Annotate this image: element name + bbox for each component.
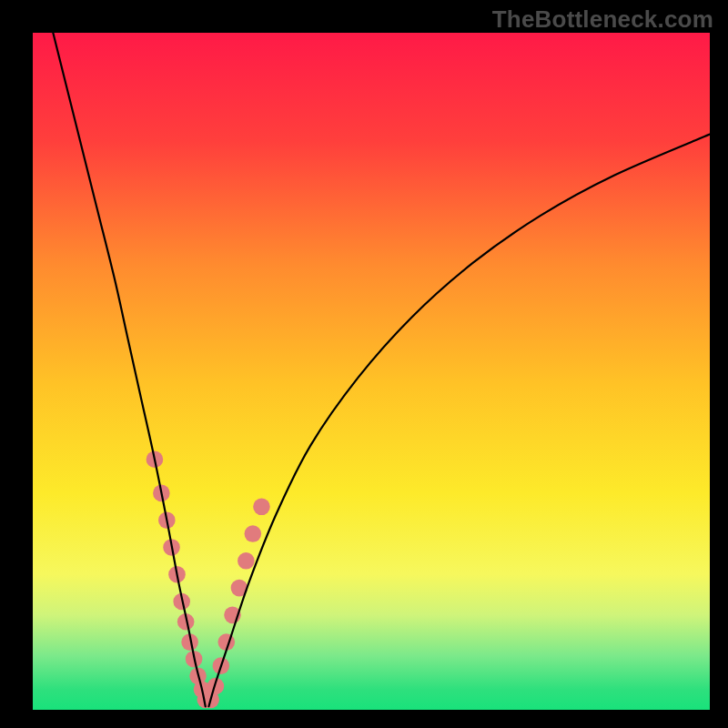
marker-point — [253, 499, 270, 516]
curve-right — [208, 135, 710, 707]
marker-point — [245, 525, 262, 542]
watermark-text: TheBottleneck.com — [492, 5, 713, 34]
outer-frame: TheBottleneck.com — [0, 0, 728, 728]
marker-layer — [147, 450, 270, 708]
chart-svg — [33, 33, 710, 710]
plot-area — [33, 33, 710, 710]
marker-point — [238, 552, 255, 570]
curve-left — [53, 33, 205, 706]
